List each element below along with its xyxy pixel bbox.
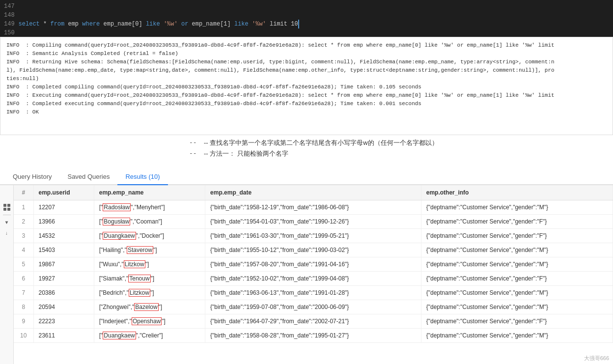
cell-empdate: {"birth_date":"1955-10-12","from_date":"… xyxy=(205,243,421,257)
cell-userid: 22223 xyxy=(33,314,94,329)
cell-empdate: {"birth_date":"1963-06-13","from_date":"… xyxy=(205,286,421,300)
cell-userid: 20386 xyxy=(33,286,94,300)
table-row: 820594["Zhongwei","Bazelow"]{"birth_date… xyxy=(14,300,613,314)
line-numbers: 147 148 149 150 xyxy=(0,2,19,35)
cell-empname: ["Radosław","Menyhert"] xyxy=(94,200,205,215)
cell-userid: 19927 xyxy=(33,272,94,286)
col-otherinfo: emp.other_info xyxy=(421,185,613,200)
annotation-line1: -- 查找名字中第一个名字或第二个名字结尾含有小写字母w的（任何一个名字都以） xyxy=(204,138,438,148)
cell-empdate: {"birth_date":"1954-01-03","from_date":"… xyxy=(205,215,421,229)
cell-otherinfo: {"deptname":"Customer Service","gender":… xyxy=(421,257,613,272)
table-row: 112207["Radosław","Menyhert"]{"birth_dat… xyxy=(14,200,613,215)
cell-empdate: {"birth_date":"1958-08-28","from_date":"… xyxy=(205,329,421,343)
cell-empname: ["Duangkaew","Docker"] xyxy=(94,229,205,243)
table-row: 922223["Inderjeet","Openshaw"]{"birth_da… xyxy=(14,314,613,329)
table-row: 1023611["Duangkaew","Crelier"]{"birth_da… xyxy=(14,329,613,343)
results-table-wrap[interactable]: # emp.userid emp.emp_name emp.emp_date e… xyxy=(14,185,613,364)
table-row: 415403["Hailing","Staverow"]{"birth_date… xyxy=(14,243,613,257)
cell-num: 1 xyxy=(14,200,33,215)
col-empname: emp.emp_name xyxy=(94,185,205,200)
tabs-bar: Query History Saved Queries Results (10) xyxy=(0,165,613,185)
cell-otherinfo: {"deptname":"Customer Service","gender":… xyxy=(421,243,613,257)
results-container: ▼ ↓ # emp.userid emp.emp_name emp.emp_da… xyxy=(0,185,613,364)
cell-otherinfo: {"deptname":"Customer Service","gender":… xyxy=(421,272,613,286)
table-row: 720386["Bedrich","Litzkow"]{"birth_date"… xyxy=(14,286,613,300)
table-row: 213966["Bogusław","Cooman"]{"birth_date"… xyxy=(14,215,613,229)
annotation-text: -- 查找名字中第一个名字或第二个名字结尾含有小写字母w的（任何一个名字都以） … xyxy=(204,138,438,159)
cell-empname: ["Inderjeet","Openshaw"] xyxy=(94,314,205,329)
cell-userid: 12207 xyxy=(33,200,94,215)
cell-empdate: {"birth_date":"1959-07-08","from_date":"… xyxy=(205,300,421,314)
cell-num: 6 xyxy=(14,272,33,286)
results-table: # emp.userid emp.emp_name emp.emp_date e… xyxy=(14,185,613,343)
cell-empdate: {"birth_date":"1964-07-29","from_date":"… xyxy=(205,314,421,329)
cell-userid: 19867 xyxy=(33,257,94,272)
cell-otherinfo: {"deptname":"Customer Service","gender":… xyxy=(421,314,613,329)
cell-empdate: {"birth_date":"1957-08-20","from_date":"… xyxy=(205,257,421,272)
cell-otherinfo: {"deptname":"Customer Service","gender":… xyxy=(421,215,613,229)
download-tool-icon[interactable]: ↓ xyxy=(2,229,11,238)
query-log: INFO : Compiling command(queryId=root_20… xyxy=(0,37,613,135)
cell-userid: 23611 xyxy=(33,329,94,343)
cell-empdate: {"birth_date":"1961-03-30","from_date":"… xyxy=(205,229,421,243)
cell-num: 5 xyxy=(14,257,33,272)
cell-empdate: {"birth_date":"1958-12-19","from_date":"… xyxy=(205,200,421,215)
table-row: 619927["Siamak","Tenouw"]{"birth_date":"… xyxy=(14,272,613,286)
annotation-arrow: ---- xyxy=(189,138,197,159)
cell-empname: ["Wuxu","Litzkow"] xyxy=(94,257,205,272)
cell-otherinfo: {"deptname":"Customer Service","gender":… xyxy=(421,229,613,243)
cell-otherinfo: {"deptname":"Customer Service","gender":… xyxy=(421,286,613,300)
cell-num: 10 xyxy=(14,329,33,343)
row-tools: ▼ ↓ xyxy=(0,185,14,364)
cell-empname: ["Zhongwei","Bazelow"] xyxy=(94,300,205,314)
watermark: 大强哥666 xyxy=(584,355,609,362)
cell-empname: ["Siamak","Tenouw"] xyxy=(94,272,205,286)
cell-empname: ["Hailing","Staverow"] xyxy=(94,243,205,257)
sql-editor[interactable]: 147 148 149 150 select * from emp where … xyxy=(0,0,613,37)
cell-num: 3 xyxy=(14,229,33,243)
cell-empname: ["Bedrich","Litzkow"] xyxy=(94,286,205,300)
cell-num: 8 xyxy=(14,300,33,314)
cell-userid: 13966 xyxy=(33,215,94,229)
cell-empdate: {"birth_date":"1952-10-02","from_date":"… xyxy=(205,272,421,286)
cell-empname: ["Duangkaew","Crelier"] xyxy=(94,329,205,343)
col-num: # xyxy=(14,185,33,200)
annotation-area: ---- -- 查找名字中第一个名字或第二个名字结尾含有小写字母w的（任何一个名… xyxy=(0,135,613,165)
cell-empname: ["Bogusław","Cooman"] xyxy=(94,215,205,229)
cell-num: 7 xyxy=(14,286,33,300)
tab-saved-queries[interactable]: Saved Queries xyxy=(59,169,117,185)
cell-otherinfo: {"deptname":"Customer Service","gender":… xyxy=(421,329,613,343)
cell-userid: 20594 xyxy=(33,300,94,314)
cell-otherinfo: {"deptname":"Customer Service","gender":… xyxy=(421,200,613,215)
col-empdate: emp.emp_date xyxy=(205,185,421,200)
tab-query-history[interactable]: Query History xyxy=(5,169,59,185)
tab-results[interactable]: Results (10) xyxy=(117,169,167,185)
col-userid: emp.userid xyxy=(33,185,94,200)
cell-userid: 15403 xyxy=(33,243,94,257)
cell-num: 2 xyxy=(14,215,33,229)
table-row: 519867["Wuxu","Litzkow"]{"birth_date":"1… xyxy=(14,257,613,272)
annotation-line2: -- 方法一： 只能检验两个名字 xyxy=(204,148,438,159)
cell-num: 9 xyxy=(14,314,33,329)
sql-code[interactable]: select * from emp where emp_name[0] like… xyxy=(19,2,299,35)
table-row: 314532["Duangkaew","Docker"]{"birth_date… xyxy=(14,229,613,243)
grid-tool-icon[interactable] xyxy=(2,203,11,212)
cell-userid: 14532 xyxy=(33,229,94,243)
cell-num: 4 xyxy=(14,243,33,257)
filter-tool-icon[interactable]: ▼ xyxy=(2,218,11,227)
cell-otherinfo: {"deptname":"Customer Service","gender":… xyxy=(421,300,613,314)
